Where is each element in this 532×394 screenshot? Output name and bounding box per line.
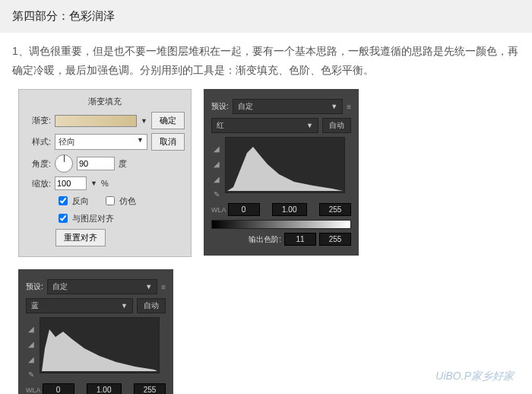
wla-icon: WLA bbox=[26, 386, 41, 394]
out-high[interactable]: 255 bbox=[319, 233, 351, 246]
preset-label: 预设: bbox=[211, 101, 229, 112]
watermark-text: UiBO.P家乡好家 bbox=[435, 370, 514, 383]
pencil-icon[interactable]: ✎ bbox=[211, 189, 222, 199]
preset-label: 预设: bbox=[26, 281, 43, 292]
section-title: 第四部分：色彩润泽 bbox=[0, 0, 532, 33]
in-mid[interactable]: 1.00 bbox=[272, 203, 307, 216]
style-label: 样式: bbox=[25, 136, 51, 148]
channel-select[interactable]: 蓝▼ bbox=[26, 298, 133, 313]
wla-icon: WLA bbox=[211, 206, 226, 214]
angle-unit: 度 bbox=[119, 158, 127, 170]
levels-panel-red: 预设: 自定▼ ≡ 红▼ 自动 ◢ ◢ ◢ ✎ WLA 0 1.00 255 bbox=[204, 89, 359, 256]
auto-button[interactable]: 自动 bbox=[322, 118, 351, 133]
gradient-preview[interactable] bbox=[55, 115, 137, 127]
menu-icon[interactable]: ≡ bbox=[347, 103, 351, 111]
gradient-label: 渐变: bbox=[25, 115, 51, 126]
eyedropper-black-icon[interactable]: ◢ bbox=[26, 323, 36, 334]
dither-checkbox[interactable]: 仿色 bbox=[103, 194, 136, 208]
out-low[interactable]: 11 bbox=[284, 233, 316, 246]
pencil-icon[interactable]: ✎ bbox=[26, 369, 36, 380]
eyedropper-black-icon[interactable]: ◢ bbox=[211, 143, 222, 154]
scale-input[interactable] bbox=[55, 176, 87, 190]
eyedropper-gray-icon[interactable]: ◢ bbox=[26, 338, 36, 349]
angle-dial[interactable] bbox=[55, 154, 73, 173]
in-low[interactable]: 0 bbox=[43, 383, 74, 394]
panel-title: 渐变填充 bbox=[25, 96, 185, 107]
histogram-blue bbox=[40, 317, 160, 373]
eyedropper-gray-icon[interactable]: ◢ bbox=[211, 158, 222, 169]
histogram-red bbox=[225, 137, 345, 193]
eyedropper-white-icon[interactable]: ◢ bbox=[26, 354, 36, 364]
reverse-checkbox[interactable]: 反向 bbox=[55, 194, 89, 208]
in-mid[interactable]: 1.00 bbox=[87, 383, 122, 394]
output-gradient[interactable] bbox=[211, 220, 351, 229]
align-checkbox[interactable]: 与图层对齐 bbox=[55, 211, 114, 225]
eyedropper-white-icon[interactable]: ◢ bbox=[211, 173, 222, 184]
scale-label: 缩放: bbox=[25, 178, 51, 189]
ok-button[interactable]: 确定 bbox=[151, 112, 185, 129]
chevron-down-icon[interactable]: ▼ bbox=[90, 180, 97, 187]
preset-select[interactable]: 自定▼ bbox=[233, 99, 343, 114]
auto-button[interactable]: 自动 bbox=[137, 298, 166, 313]
output-label: 输出色阶: bbox=[249, 234, 281, 245]
angle-label: 角度: bbox=[25, 158, 51, 170]
menu-icon[interactable]: ≡ bbox=[161, 283, 166, 291]
angle-input[interactable] bbox=[77, 157, 115, 170]
channel-select[interactable]: 红▼ bbox=[211, 118, 318, 133]
reset-button[interactable]: 重置对齐 bbox=[55, 229, 106, 246]
chevron-down-icon[interactable]: ▼ bbox=[141, 117, 147, 125]
gradient-fill-panel: 渐变填充 渐变: ▼ 确定 样式: 径向 ▼ 取消 角度: 度 缩放: ▼ % … bbox=[18, 89, 192, 257]
cancel-button[interactable]: 取消 bbox=[151, 133, 185, 151]
intro-text: 1、调色很重要，但是也不要一堆图层堆积在一起，要有一个基本思路，一般我遵循的思路… bbox=[0, 33, 532, 89]
in-high[interactable]: 255 bbox=[319, 203, 351, 216]
style-select[interactable]: 径向 ▼ bbox=[55, 134, 147, 150]
preset-select[interactable]: 自定▼ bbox=[47, 279, 157, 294]
levels-panel-blue: 预设: 自定▼ ≡ 蓝▼ 自动 ◢ ◢ ◢ ✎ WLA 0 1.00 255 bbox=[18, 269, 173, 394]
in-low[interactable]: 0 bbox=[228, 203, 260, 216]
scale-unit: % bbox=[101, 179, 109, 188]
in-high[interactable]: 255 bbox=[134, 383, 166, 394]
